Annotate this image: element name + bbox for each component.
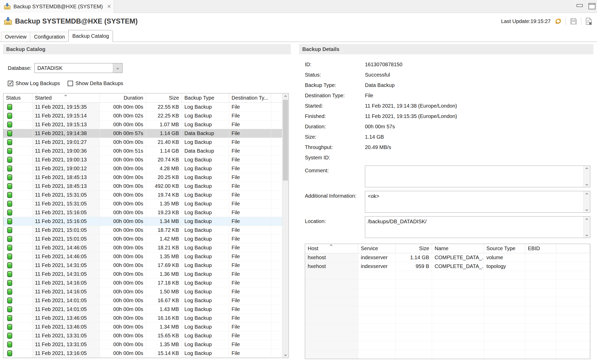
refresh-icon[interactable] <box>554 17 562 25</box>
table-row[interactable] <box>305 315 590 324</box>
cell-size <box>396 350 432 359</box>
scroll-up-icon[interactable] <box>282 93 289 100</box>
column-header-service[interactable]: Service <box>358 244 396 253</box>
textbox-scrollbar[interactable] <box>583 191 590 212</box>
table-row[interactable]: 11 Feb 2021, 15:31:0500h 00m 00s1.35 MBL… <box>3 199 282 208</box>
table-row[interactable]: 11 Feb 2021, 19:01:2700h 00m 00s21.40 KB… <box>3 138 282 147</box>
table-row[interactable] <box>305 324 590 332</box>
editor-tab-backup[interactable]: Backup SYSTEMDB@HXE (SYSTEM) ✕ <box>0 0 114 13</box>
table-row[interactable]: hxehostindexserver959 BCOMPLETE_DATA_...… <box>305 262 590 271</box>
scrollbar-thumb[interactable] <box>283 100 288 181</box>
column-header-name[interactable]: Name <box>432 244 484 253</box>
column-header-status[interactable]: Status <box>3 93 32 102</box>
column-header-duration[interactable]: Duration <box>100 93 146 102</box>
scroll-down-icon[interactable] <box>282 352 289 358</box>
table-row[interactable]: hxehostindexserver1.14 GBCOMPLETE_DATA_.… <box>305 253 590 262</box>
delete-backup-icon[interactable] <box>585 17 593 25</box>
table-row[interactable]: 11 Feb 2021, 19:00:1200h 00m 00s4.28 MBL… <box>3 164 282 173</box>
cell-filler <box>271 103 283 111</box>
textbox-scrollbar[interactable] <box>583 166 590 187</box>
table-row[interactable] <box>305 280 590 288</box>
cell-duration: 00h 00m 00s <box>100 217 146 226</box>
table-row[interactable] <box>305 271 590 280</box>
column-header-filler[interactable] <box>556 244 590 253</box>
column-header-started[interactable]: Started <box>32 93 100 102</box>
cell-size: 1.35 MB <box>146 199 182 208</box>
table-row[interactable]: 11 Feb 2021, 18:45:1300h 00m 00s492.00 K… <box>3 182 282 191</box>
cell-filler <box>556 341 590 350</box>
save-icon[interactable] <box>569 17 578 25</box>
table-row[interactable]: 11 Feb 2021, 14:16:0500h 00m 00s17.18 KB… <box>3 279 282 287</box>
location-textarea[interactable]: /backups/DB_DATADISK/ <box>365 216 590 238</box>
table-row[interactable]: 11 Feb 2021, 15:01:0500h 00m 00s18.72 KB… <box>3 226 282 235</box>
table-row[interactable]: 11 Feb 2021, 18:45:1300h 00m 00s20.25 KB… <box>3 173 282 182</box>
column-header-size[interactable]: Size <box>396 244 432 253</box>
scroll-down-icon[interactable] <box>584 207 590 212</box>
column-header-filler[interactable] <box>271 93 283 102</box>
maximize-icon[interactable] <box>588 3 595 9</box>
scroll-up-icon[interactable] <box>584 217 590 222</box>
scroll-down-icon[interactable] <box>584 232 590 238</box>
tab-configuration[interactable]: Configuration <box>30 32 69 42</box>
column-header-host[interactable]: Host <box>305 244 358 253</box>
table-row[interactable]: 11 Feb 2021, 15:16:0500h 00m 00s19.23 KB… <box>3 208 282 217</box>
table-row[interactable]: 11 Feb 2021, 19:15:3500h 00m 00s22.55 KB… <box>3 103 282 112</box>
field-value: File <box>365 93 373 99</box>
column-header-size[interactable]: Size <box>146 93 182 102</box>
table-row[interactable]: 11 Feb 2021, 13:31:0500h 00m 00s15.65 KB… <box>3 331 282 340</box>
table-row[interactable]: 11 Feb 2021, 14:01:0500h 00m 00s1.43 MBL… <box>3 305 282 314</box>
table-row[interactable]: 11 Feb 2021, 19:00:1300h 00m 00s20.74 KB… <box>3 155 282 164</box>
table-row[interactable]: 11 Feb 2021, 14:31:0500h 00m 00s1.36 MBL… <box>3 270 282 279</box>
checkbox-icon[interactable] <box>8 81 13 86</box>
column-header-destination[interactable]: Destination Ty... <box>229 93 271 102</box>
textbox-scrollbar[interactable] <box>583 217 590 238</box>
vertical-scrollbar[interactable] <box>282 93 289 358</box>
table-row[interactable] <box>305 297 590 306</box>
table-row[interactable] <box>305 350 590 359</box>
checkbox-icon[interactable] <box>68 81 73 86</box>
table-row[interactable]: 11 Feb 2021, 13:16:0500h 00m 00s15.14 KB… <box>3 349 282 358</box>
table-row[interactable] <box>305 306 590 315</box>
table-row[interactable]: 11 Feb 2021, 14:16:0500h 00m 00s1.50 MBL… <box>3 287 282 296</box>
table-row[interactable]: 11 Feb 2021, 15:31:0500h 00m 00s19.74 KB… <box>3 191 282 199</box>
cell-backup_type: Log Backup <box>182 243 229 252</box>
cell-duration: 00h 00m 00s <box>100 305 146 314</box>
table-row[interactable]: 11 Feb 2021, 13:46:0500h 00m 00s16.16 KB… <box>3 314 282 323</box>
cell-filler <box>271 296 283 305</box>
table-row[interactable]: 11 Feb 2021, 15:16:0500h 00m 00s1.34 MBL… <box>3 217 282 226</box>
scroll-down-icon[interactable] <box>584 181 590 187</box>
table-row[interactable] <box>305 332 590 341</box>
column-header-backup_type[interactable]: Backup Type <box>182 93 229 102</box>
cell-backup_type: Data Backup <box>182 147 229 155</box>
column-header-source_type[interactable]: Source Type <box>484 244 525 253</box>
scroll-up-icon[interactable] <box>584 166 590 172</box>
comment-textarea[interactable] <box>365 166 590 187</box>
table-row[interactable]: 11 Feb 2021, 15:01:0500h 00m 00s1.42 MBL… <box>3 235 282 243</box>
cell-backup_type: Log Backup <box>182 314 229 322</box>
chevron-down-icon[interactable] <box>113 63 122 73</box>
minimize-icon[interactable] <box>577 4 583 7</box>
database-select[interactable]: DATADISK <box>34 63 123 73</box>
table-row[interactable]: 11 Feb 2021, 19:00:3600h 00m 51s1.14 GBD… <box>3 147 282 155</box>
scroll-up-icon[interactable] <box>584 191 590 197</box>
table-row[interactable]: 11 Feb 2021, 19:14:3800h 00m 57s1.14 GBD… <box>3 129 282 138</box>
table-row[interactable]: 11 Feb 2021, 14:31:0500h 00m 00s17.69 KB… <box>3 261 282 270</box>
table-row[interactable]: 11 Feb 2021, 19:15:1400h 00m 02s22.25 KB… <box>3 112 282 120</box>
show-log-backups-checkbox[interactable]: Show Log Backups <box>8 80 60 86</box>
cell-size: 15.14 KB <box>146 349 182 358</box>
table-row[interactable] <box>305 288 590 297</box>
column-header-ebid[interactable]: EBID <box>525 244 556 253</box>
table-row[interactable]: 11 Feb 2021, 13:46:0500h 00m 00s1.34 MBL… <box>3 323 282 331</box>
table-row[interactable]: 11 Feb 2021, 13:31:0500h 00m 00s1.35 MBL… <box>3 340 282 349</box>
additional-info-textarea[interactable]: <ok> <box>365 191 590 213</box>
table-row[interactable]: 11 Feb 2021, 19:15:1300h 00m 00s1.07 MBL… <box>3 120 282 129</box>
tab-overview[interactable]: Overview <box>1 32 30 42</box>
section-title-backup-details: Backup Details <box>299 44 593 54</box>
table-row[interactable]: 11 Feb 2021, 14:01:0500h 00m 00s16.67 KB… <box>3 296 282 305</box>
show-delta-backups-checkbox[interactable]: Show Delta Backups <box>68 80 123 86</box>
tab-backup-catalog[interactable]: Backup Catalog <box>68 30 113 42</box>
table-row[interactable]: 11 Feb 2021, 14:46:0500h 00m 00s18.21 KB… <box>3 243 282 252</box>
table-row[interactable]: 11 Feb 2021, 14:46:0500h 00m 00s1.35 MBL… <box>3 252 282 261</box>
table-row[interactable] <box>305 341 590 350</box>
close-icon[interactable]: ✕ <box>107 3 111 10</box>
